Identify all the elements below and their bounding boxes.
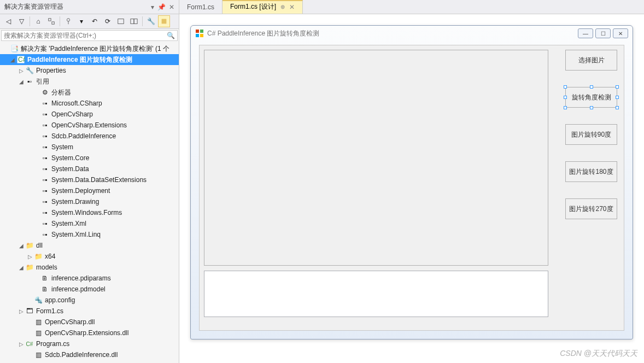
dll-icon: ▥	[34, 350, 43, 359]
svg-rect-10	[200, 30, 203, 33]
form-icon: 🗔	[25, 307, 34, 315]
resize-handle[interactable]	[564, 106, 567, 109]
form1-node[interactable]: ▷🗔Form1.cs	[0, 306, 179, 317]
reference-node[interactable]: ▫▪Sdcb.PaddleInference	[0, 131, 179, 142]
form-button-3[interactable]: 图片旋转180度	[565, 161, 617, 182]
reference-icon: ▫▪	[40, 197, 49, 206]
solution-tree[interactable]: 📑解决方案 'PaddleInference 图片旋转角度检测' (1 个 ◢C…	[0, 42, 179, 363]
form-button-2[interactable]: 图片旋转90度	[565, 124, 617, 145]
forward-button[interactable]: ▽	[15, 15, 27, 27]
models-folder-node[interactable]: ◢📁models	[0, 262, 179, 273]
form-button-1[interactable]: 旋转角度检测	[565, 87, 617, 108]
collapse-button[interactable]	[115, 15, 127, 27]
model-file-node[interactable]: 🗎inference.pdmodel	[0, 284, 179, 295]
properties-button[interactable]: 🔧	[145, 15, 157, 27]
x64-folder-node[interactable]: ▷📁x64	[0, 251, 179, 262]
panel-toolbar: ◁ ▽ ⌂ ▾ ↶ ⟳ 🔧	[0, 14, 179, 29]
form-designer[interactable]: C# PaddleInference 图片旋转角度检测 — ☐ ✕ 选择图片旋转…	[179, 14, 644, 363]
reference-node[interactable]: ▫▪System.Xml	[0, 218, 179, 229]
pin-icon[interactable]: 📌	[157, 3, 166, 11]
scope-button[interactable]	[62, 15, 74, 27]
file-icon: 🗎	[40, 274, 49, 283]
folder-icon: 📁	[25, 263, 34, 272]
pin-icon[interactable]: ⊕	[280, 4, 285, 10]
reference-icon: ▫▪	[40, 175, 49, 184]
resize-handle[interactable]	[616, 85, 619, 89]
document-tabs: Form1.cs Form1.cs [设计]⊕✕	[179, 0, 644, 14]
picture-box[interactable]	[204, 50, 548, 266]
reference-icon: ▫▪	[40, 143, 49, 151]
sync-button[interactable]	[45, 15, 57, 27]
reference-node[interactable]: ▫▪Microsoft.CSharp	[0, 98, 179, 109]
reference-icon: ▫▪	[40, 110, 49, 119]
close-icon[interactable]: ✕	[169, 3, 174, 11]
tab-form1-design[interactable]: Form1.cs [设计]⊕✕	[223, 0, 303, 14]
reference-node[interactable]: ▫▪System.Data.DataSetExtensions	[0, 174, 179, 185]
references-node[interactable]: ◢▪▫引用	[0, 76, 179, 87]
tab-form1-code[interactable]: Form1.cs	[179, 0, 223, 14]
form-button-0[interactable]: 选择图片	[565, 50, 617, 71]
show-all-button[interactable]	[128, 15, 140, 27]
resize-handle[interactable]	[564, 85, 567, 89]
close-button[interactable]: ✕	[613, 28, 628, 38]
resize-handle[interactable]	[590, 85, 593, 89]
reference-icon: ▫▪	[40, 99, 49, 108]
ocvext-dll-node[interactable]: ▥OpenCvSharp.Extensions.dll	[0, 327, 179, 338]
watermark: CSDN @天天代码天天	[560, 349, 637, 359]
reference-node[interactable]: ▫▪System.Xml.Linq	[0, 229, 179, 240]
reference-node[interactable]: ▫▪System.Windows.Forms	[0, 207, 179, 218]
reference-node[interactable]: ▫▪System.Data	[0, 163, 179, 174]
output-textbox[interactable]	[204, 271, 548, 317]
csharp-project-icon: C#	[16, 55, 25, 64]
folder-icon: 📁	[34, 252, 43, 261]
reference-icon: ▫▪	[40, 165, 49, 173]
solution-icon: 📑	[10, 44, 19, 53]
resize-handle[interactable]	[564, 96, 567, 99]
svg-text:C#: C#	[18, 56, 25, 63]
reference-icon: ▫▪	[40, 132, 49, 140]
reference-node[interactable]: ▫▪System.Deployment	[0, 185, 179, 196]
close-icon[interactable]: ✕	[289, 3, 295, 11]
reference-node[interactable]: ▫▪System.Drawing	[0, 196, 179, 207]
project-node[interactable]: ◢C#PaddleInference 图片旋转角度检测	[0, 54, 179, 65]
refresh-button[interactable]: ⟳	[102, 15, 114, 27]
home-button[interactable]: ⌂	[32, 15, 44, 27]
search-input[interactable]	[4, 32, 167, 39]
form-client-area: 选择图片旋转角度检测图片旋转90度图片旋转180度图片旋转270度	[199, 45, 624, 331]
properties-node[interactable]: ▷🔧Properties	[0, 65, 179, 76]
paddle-dll-node[interactable]: ▥Sdcb.PaddleInference.dll	[0, 349, 179, 360]
panel-title-bar: 解决方案资源管理器 ▾ 📌 ✕	[0, 0, 179, 14]
references-icon: ▪▫	[25, 77, 34, 86]
minimize-button[interactable]: —	[578, 28, 593, 38]
reference-node[interactable]: ▫▪OpenCvSharp.Extensions	[0, 120, 179, 131]
folder-icon: 📁	[25, 241, 34, 250]
reference-node[interactable]: ▫▪OpenCvSharp	[0, 109, 179, 120]
model-file-node[interactable]: 🗎inference.pdiparams	[0, 273, 179, 284]
maximize-button[interactable]: ☐	[595, 28, 611, 38]
svg-rect-6	[162, 19, 167, 24]
appconfig-node[interactable]: 🔩app.config	[0, 295, 179, 306]
back-button[interactable]: ◁	[2, 15, 14, 27]
csharp-file-icon: C#	[25, 339, 34, 348]
reference-node[interactable]: ⚙分析器	[0, 87, 179, 98]
search-icon[interactable]: 🔍	[167, 32, 175, 39]
form-title: C# PaddleInference 图片旋转角度检测	[207, 29, 578, 38]
form-button-4[interactable]: 图片旋转270度	[565, 198, 617, 219]
program-node[interactable]: ▷C#Program.cs	[0, 338, 179, 349]
preview-button[interactable]	[158, 15, 170, 27]
form-window[interactable]: C# PaddleInference 图片旋转角度检测 — ☐ ✕ 选择图片旋转…	[190, 25, 633, 339]
reference-icon: ⚙	[40, 88, 49, 97]
refresh-dropdown[interactable]: ▾	[75, 15, 87, 27]
search-box[interactable]: 🔍	[1, 30, 178, 41]
dll-folder-node[interactable]: ◢📁dll	[0, 240, 179, 251]
reference-node[interactable]: ▫▪System	[0, 142, 179, 153]
panel-title: 解决方案资源管理器	[4, 2, 148, 11]
ocv-dll-node[interactable]: ▥OpenCvSharp.dll	[0, 317, 179, 327]
dropdown-icon[interactable]: ▾	[151, 3, 154, 11]
resize-handle[interactable]	[616, 106, 619, 109]
reference-node[interactable]: ▫▪System.Core	[0, 153, 179, 163]
resize-handle[interactable]	[616, 96, 619, 99]
resize-handle[interactable]	[590, 106, 593, 109]
solution-node[interactable]: 📑解决方案 'PaddleInference 图片旋转角度检测' (1 个	[0, 43, 179, 54]
undo-button[interactable]: ↶	[89, 15, 101, 27]
